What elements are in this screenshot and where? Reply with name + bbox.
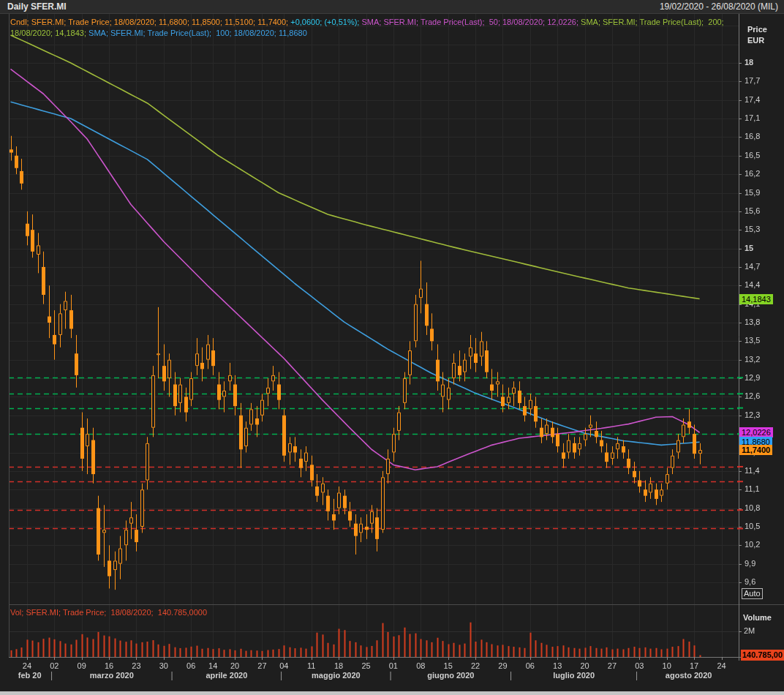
- auto-scale-button[interactable]: Auto: [742, 588, 763, 599]
- chart-application-window: Daily SFER.MI 19/02/2020 - 26/08/2020 (M…: [0, 0, 784, 695]
- chart-canvas[interactable]: [0, 0, 784, 695]
- volume-value-marker: 140.785,00: [741, 650, 784, 661]
- chart-date-range: 19/02/2020 - 26/08/2020 (MIL): [660, 1, 778, 12]
- volume-tick-label: 2M: [744, 626, 755, 635]
- window-bottom-edge: [0, 691, 784, 695]
- chart-title: Daily SFER.MI: [7, 1, 67, 12]
- price-axis-unit: EUR: [747, 36, 764, 45]
- price-axis-title: Price: [747, 25, 767, 34]
- volume-axis-title: Volume: [743, 613, 772, 622]
- title-bar: Daily SFER.MI 19/02/2020 - 26/08/2020 (M…: [0, 0, 784, 14]
